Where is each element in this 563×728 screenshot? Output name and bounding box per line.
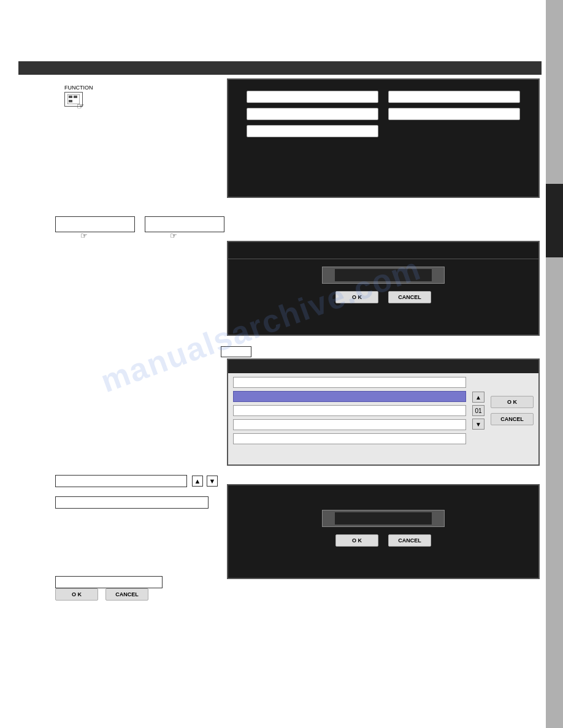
dialog2-cancel-button[interactable]: CANCEL <box>388 291 431 303</box>
dialog3-list <box>233 377 466 444</box>
dialog1-field-3[interactable] <box>247 108 378 120</box>
dialog4-body: O K CANCEL <box>228 502 538 552</box>
section4-highlighted-item[interactable] <box>55 475 187 487</box>
dialog3-header <box>228 360 538 373</box>
dialog3-list-item-2[interactable] <box>233 391 466 402</box>
dialog2-body: O K CANCEL <box>228 259 538 308</box>
dialog3-counter: 01 <box>472 405 484 416</box>
dialog3-content: ▲ 01 ▼ O K CANCEL <box>228 373 538 448</box>
dialog1-field-5[interactable] <box>247 125 378 137</box>
dialog3-up-button[interactable]: ▲ <box>472 392 484 403</box>
section3-small-box[interactable] <box>221 346 251 357</box>
section5-cancel-button[interactable]: CANCEL <box>105 588 148 601</box>
cursor-hand-icon: ☞ <box>77 101 85 111</box>
dialog1-field-1[interactable] <box>247 91 378 103</box>
dialog3-list-item-1[interactable] <box>233 377 466 388</box>
dialog3-controls: ▲ 01 ▼ <box>471 377 486 444</box>
section5-ok-button[interactable]: O K <box>55 588 98 601</box>
function-icon-box[interactable]: ☞ <box>64 92 83 107</box>
dialog1 <box>227 78 540 198</box>
dialog2: O K CANCEL <box>227 241 540 336</box>
dialog3-list-item-5[interactable] <box>233 433 466 444</box>
svg-rect-2 <box>74 96 77 98</box>
dialog4-buttons: O K CANCEL <box>335 534 431 547</box>
dialog2-header <box>228 242 538 259</box>
section4-down-arrow[interactable]: ▼ <box>207 476 218 487</box>
dialog3: ▲ 01 ▼ O K CANCEL <box>227 358 540 466</box>
dialog2-ok-button[interactable]: O K <box>335 291 378 303</box>
section2-buttons: ☞ ☞ <box>55 216 224 232</box>
dialog4-ok-button[interactable]: O K <box>335 534 378 547</box>
right-sidebar <box>546 0 563 728</box>
dialog3-down-button[interactable]: ▼ <box>472 419 484 430</box>
dialog3-side-buttons: O K CANCEL <box>491 377 534 444</box>
section2-button1[interactable]: ☞ <box>55 216 135 232</box>
section5-label <box>55 576 163 588</box>
dialog3-list-item-3[interactable] <box>233 405 466 416</box>
dialog4: O K CANCEL <box>227 484 540 579</box>
section2-button2[interactable]: ☞ <box>145 216 224 232</box>
dialog3-ok-button[interactable]: O K <box>491 396 534 408</box>
dialog4-header <box>228 485 538 502</box>
dialog4-input-inner <box>335 512 432 525</box>
function-label: FUNCTION <box>64 85 93 91</box>
dialog4-cancel-button[interactable]: CANCEL <box>388 534 431 547</box>
dialog1-field-2[interactable] <box>388 91 520 103</box>
svg-rect-1 <box>69 96 72 98</box>
cursor-below-icon1: ☞ <box>80 231 88 240</box>
section5-buttons: O K CANCEL <box>55 588 148 601</box>
dialog2-buttons: O K CANCEL <box>335 291 431 303</box>
dialog2-input-inner <box>335 269 432 281</box>
header-bar <box>18 61 542 75</box>
dialog3-cancel-button[interactable]: CANCEL <box>491 413 534 425</box>
dialog1-fields <box>247 91 520 137</box>
dialog4-input-area <box>322 510 445 527</box>
function-icon-area: FUNCTION ☞ <box>64 85 93 107</box>
section4-label <box>55 496 209 509</box>
dialog1-field-4[interactable] <box>388 108 520 120</box>
cursor-below-icon2: ☞ <box>170 231 177 240</box>
svg-rect-3 <box>69 100 72 102</box>
dialog2-input-area <box>322 267 445 284</box>
section4-up-arrow[interactable]: ▲ <box>192 476 203 487</box>
dialog3-list-item-4[interactable] <box>233 419 466 430</box>
sidebar-tab <box>546 184 563 257</box>
